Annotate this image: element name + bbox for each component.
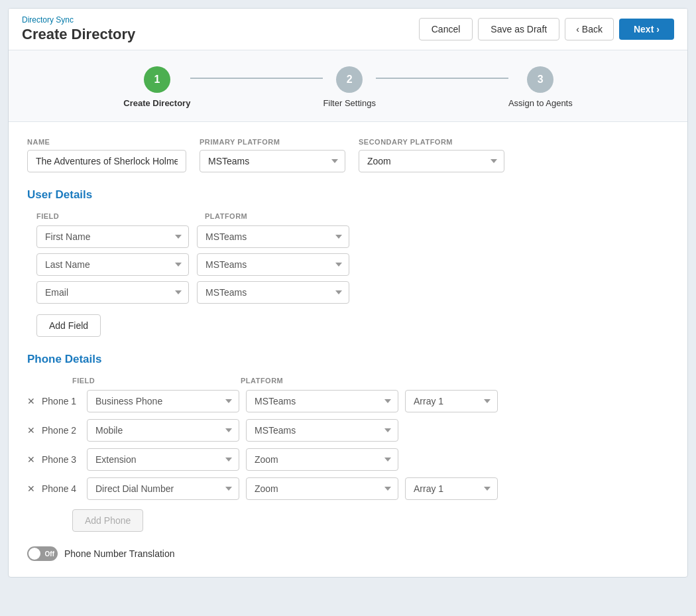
back-button[interactable]: ‹ Back [565,18,614,40]
phone-details-title: Phone Details [27,353,669,366]
phone-1-label: Phone 2 [42,425,80,436]
step-1: 1 Create Directory [123,66,190,108]
stepper-section: 1 Create Directory 2 Filter Settings 3 [9,50,687,122]
header-actions: Cancel Save as Draft ‹ Back Next › [419,18,674,40]
toggle-off-text: Off [45,550,54,558]
phone-field-select-0[interactable]: Business Phone Mobile Extension Direct D… [87,390,239,412]
step-connector-1 [190,78,323,79]
user-detail-row-1: Last Name First Name Email MSTeams Zoom [27,253,669,276]
add-field-button[interactable]: Add Field [36,314,101,337]
remove-phone-0-icon[interactable]: ✕ [27,396,35,406]
primary-platform-group: PRIMARY PLATFORM MSTeams Zoom [200,138,345,172]
user-platform-select-0[interactable]: MSTeams Zoom [197,225,349,248]
secondary-platform-group: SECONDARY PLATFORM Zoom MSTeams [359,138,504,172]
step-3-circle: 3 [527,66,553,93]
field-col-header: FIELD [36,212,189,220]
phone-details-section: Phone Details FIELD PLATFORM ✕ Phone 1 B… [27,353,669,532]
step-1-label: Create Directory [123,98,190,108]
remove-phone-3-icon[interactable]: ✕ [27,483,35,494]
primary-platform-label: PRIMARY PLATFORM [200,138,345,146]
user-field-select-2[interactable]: Email First Name Last Name [36,281,189,304]
secondary-platform-select[interactable]: Zoom MSTeams [359,150,504,172]
phone-extra-select-3[interactable]: Array 1 Array 2 [405,477,498,500]
remove-phone-1-icon[interactable]: ✕ [27,425,35,436]
phone-field-select-3[interactable]: Direct Dial Number Business Phone Mobile… [87,477,239,500]
content-area: NAME PRIMARY PLATFORM MSTeams Zoom SECON… [9,122,687,577]
save-draft-button[interactable]: Save as Draft [478,18,559,40]
phone-field-col-header: FIELD [72,377,225,385]
cancel-button[interactable]: Cancel [419,18,473,40]
top-form-row: NAME PRIMARY PLATFORM MSTeams Zoom SECON… [27,138,669,172]
phone-platform-select-0[interactable]: MSTeams Zoom [246,390,398,412]
toggle-row: Off Phone Number Translation [27,546,669,561]
phone-platform-select-2[interactable]: Zoom MSTeams [246,448,398,471]
name-group: NAME [27,138,186,172]
page-title: Create Directory [22,26,135,43]
step-1-circle: 1 [144,66,170,93]
step-2: 2 Filter Settings [323,66,375,108]
phone-translation-toggle[interactable]: Off [27,546,58,561]
phone-headers: FIELD PLATFORM [27,377,669,385]
phone-3-label: Phone 4 [42,483,80,494]
toggle-knob [29,548,40,560]
phone-0-label: Phone 1 [42,396,80,406]
phone-row-3: ✕ Phone 4 Direct Dial Number Business Ph… [27,477,669,500]
step-connector-2 [376,78,508,79]
user-field-select-1[interactable]: Last Name First Name Email [36,253,189,276]
phone-platform-select-1[interactable]: MSTeams Zoom [246,419,398,442]
step-2-label: Filter Settings [323,98,375,108]
user-detail-row-0: First Name Last Name Email MSTeams Zoom [27,225,669,248]
phone-platform-select-3[interactable]: Zoom MSTeams [246,477,398,500]
step-3-label: Assign to Agents [508,98,573,108]
user-platform-select-2[interactable]: MSTeams Zoom [197,281,349,304]
platform-col-header: PLATFORM [205,212,357,220]
user-platform-select-1[interactable]: MSTeams Zoom [197,253,349,276]
phone-platform-col-header: PLATFORM [241,377,393,385]
secondary-platform-label: SECONDARY PLATFORM [359,138,504,146]
breadcrumb: Directory Sync [22,15,135,25]
step-3: 3 Assign to Agents [508,66,573,108]
chevron-left-icon: ‹ [576,24,579,34]
chevron-right-icon: › [656,24,660,34]
phone-field-select-2[interactable]: Extension Business Phone Mobile Direct D… [87,448,239,471]
add-phone-button[interactable]: Add Phone [72,509,143,532]
toggle-label: Phone Number Translation [64,548,175,559]
user-details-section: User Details FIELD PLATFORM First Name L… [27,188,669,337]
name-input[interactable] [27,150,186,172]
step-2-circle: 2 [336,66,363,93]
header-left: Directory Sync Create Directory [22,15,135,43]
phone-extra-select-0[interactable]: Array 1 Array 2 [405,390,498,412]
user-field-select-0[interactable]: First Name Last Name Email [36,225,189,248]
phone-row-2: ✕ Phone 3 Extension Business Phone Mobil… [27,448,669,471]
phone-row-0: ✕ Phone 1 Business Phone Mobile Extensio… [27,390,669,412]
user-details-title: User Details [27,188,669,202]
remove-phone-2-icon[interactable]: ✕ [27,454,35,465]
phone-2-label: Phone 3 [42,454,80,465]
primary-platform-select[interactable]: MSTeams Zoom [200,150,345,172]
user-details-header: FIELD PLATFORM [27,212,669,220]
user-detail-row-2: Email First Name Last Name MSTeams Zoom [27,281,669,304]
phone-field-select-1[interactable]: Mobile Business Phone Extension Direct D… [87,419,239,442]
name-label: NAME [27,138,186,146]
next-button[interactable]: Next › [619,19,674,40]
phone-row-1: ✕ Phone 2 Mobile Business Phone Extensio… [27,419,669,442]
stepper: 1 Create Directory 2 Filter Settings 3 [9,66,687,108]
